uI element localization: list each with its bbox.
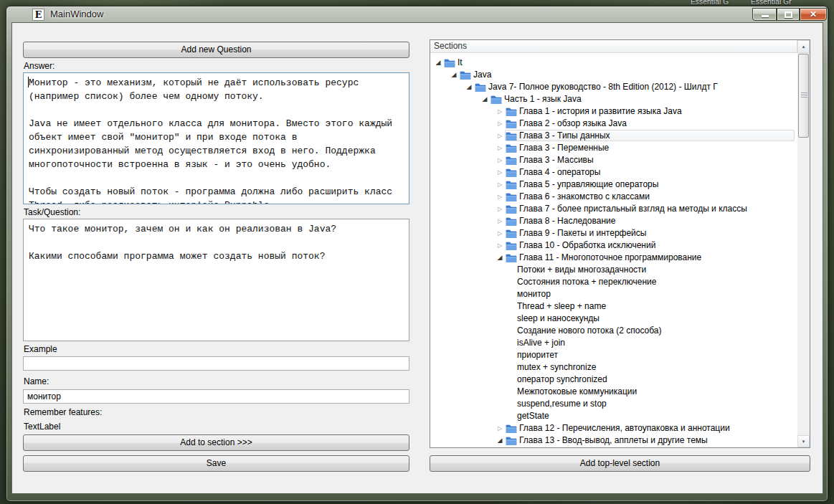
expand-arrow-icon[interactable]: ▷ — [496, 215, 504, 227]
tree-item-label: Глава 2 - обзор языка Java — [519, 118, 627, 130]
tree-item[interactable]: suspend,resume и stop — [431, 398, 797, 410]
tree-item[interactable]: ▷Глава 12 - Перечисления, автоупаковка и… — [431, 422, 797, 434]
tree-item-label: Java 7- Полное руководство - 8th Edition… — [488, 81, 718, 93]
tree-item[interactable]: приоритет — [431, 349, 797, 361]
tree-item[interactable]: ◢It — [431, 57, 797, 69]
tree-item-label: монитор — [517, 288, 551, 300]
folder-icon — [475, 82, 486, 92]
save-button[interactable]: Save — [23, 455, 409, 472]
folder-icon — [506, 180, 517, 189]
collapse-arrow-icon[interactable]: ◢ — [465, 81, 473, 93]
collapse-arrow-icon[interactable]: ◢ — [450, 69, 458, 81]
desktop-label: Essential Gr — [751, 0, 792, 6]
expand-arrow-icon[interactable]: ▷ — [496, 191, 504, 203]
text-cursor — [28, 77, 29, 87]
collapse-arrow-icon[interactable]: ◢ — [496, 434, 504, 447]
collapse-arrow-icon[interactable]: ◢ — [434, 57, 442, 69]
sections-tree[interactable]: Sections ▲ ▼ ◢It◢Java◢Java 7- Полное рук… — [430, 39, 810, 448]
name-input[interactable] — [23, 389, 409, 404]
maximize-button[interactable] — [777, 8, 800, 21]
tree-item[interactable]: ▷ — [431, 447, 797, 449]
expand-arrow-icon[interactable]: ▷ — [496, 447, 504, 449]
tree-item[interactable]: sleep и наносекунды — [431, 313, 797, 325]
tree-item-label: Глава 5 - управляющие операторы — [519, 179, 658, 191]
expand-arrow-icon[interactable]: ▷ — [496, 154, 504, 166]
remember-features-label: Remember features: — [24, 407, 102, 417]
tree-item[interactable]: ▷Глава 4 - операторы — [431, 166, 797, 179]
scroll-down-button[interactable]: ▼ — [797, 435, 810, 447]
client-area: Add new Question Answer: Монитор - это м… — [11, 22, 823, 494]
folder-icon — [444, 58, 455, 67]
tree-item-label: Глава 13 - Ввод-вывод, апплеты и другие … — [519, 434, 708, 447]
expand-arrow-icon[interactable]: ▷ — [496, 130, 504, 142]
tree-item[interactable]: оператор synchronized — [431, 374, 797, 386]
tree-item[interactable]: ▷Глава 1 - история и развитие языка Java — [431, 105, 797, 118]
tree-item[interactable]: Потоки + виды многозадачности — [431, 264, 797, 276]
tree-item-label: Глава 8 - Наследование — [519, 215, 615, 227]
folder-icon — [506, 192, 517, 201]
tree-item[interactable]: ◢Глава 11 - Многопоточное программирован… — [431, 252, 797, 264]
tree-item-label: Глава 1 - история и развитие языка Java — [519, 105, 682, 118]
title-bar[interactable]: E MainWindow ✕ — [6, 6, 828, 22]
maximize-icon — [785, 11, 792, 18]
tree-item-label: Глава 4 - операторы — [519, 166, 600, 179]
close-icon: ✕ — [800, 9, 826, 19]
tree-item[interactable]: ▷Глава 7 - более пристальный взгляд на м… — [431, 203, 797, 215]
task-question-textarea[interactable]: Что такое монитор, зачем он и как он реа… — [23, 219, 409, 341]
expand-arrow-icon[interactable]: ▷ — [496, 422, 504, 434]
example-label: Example — [24, 344, 57, 354]
example-input[interactable] — [23, 356, 409, 371]
tree-item[interactable]: ◢Глава 13 - Ввод-вывод, апплеты и другие… — [431, 434, 797, 447]
tree-item[interactable]: Состояния потока + переключение — [431, 276, 797, 288]
expand-arrow-icon[interactable]: ▷ — [496, 166, 504, 179]
minimize-button[interactable] — [752, 8, 777, 21]
collapse-arrow-icon[interactable]: ◢ — [496, 252, 504, 264]
expand-arrow-icon[interactable]: ▷ — [496, 118, 504, 130]
add-to-section-button[interactable]: Add to section >>> — [23, 434, 409, 451]
tree-item[interactable]: ▷Глава 8 - Наследование — [431, 215, 797, 227]
tree-item[interactable]: Создание нового потока (2 способа) — [431, 325, 797, 337]
tree-item-label: getState — [517, 410, 549, 422]
tree-item-label: Глава 12 - Перечисления, автоупаковка и … — [519, 422, 730, 434]
folder-icon — [506, 424, 517, 433]
tree-item-label: Часть 1 - язык Java — [504, 93, 582, 105]
tree-item[interactable]: Межпотоковые коммуникации — [431, 386, 797, 398]
tree-item[interactable]: mutex + synchronize — [431, 361, 797, 374]
expand-arrow-icon[interactable]: ▷ — [496, 179, 504, 191]
scrollbar-track[interactable] — [797, 53, 810, 435]
expand-arrow-icon[interactable]: ▷ — [496, 239, 504, 252]
tree-item[interactable]: ◢Java — [431, 69, 797, 81]
tree-item[interactable]: ▷Глава 3 - Массивы — [431, 154, 797, 166]
tree-item-label: Глава 11 - Многопоточное программировани… — [519, 252, 701, 264]
tree-item[interactable]: getState — [431, 410, 797, 422]
tree-item[interactable]: ▷Глава 5 - управляющие операторы — [431, 179, 797, 191]
tree-item[interactable]: isAlive + join — [431, 337, 797, 349]
tree-item-label: Состояния потока + переключение — [517, 276, 656, 288]
close-button[interactable]: ✕ — [800, 8, 827, 21]
expand-arrow-icon[interactable]: ▷ — [496, 203, 504, 215]
collapse-arrow-icon[interactable]: ◢ — [480, 93, 489, 105]
tree-item[interactable]: Thread + sleep + name — [431, 300, 797, 313]
answer-label: Answer: — [24, 61, 55, 71]
tree-item[interactable]: ▷Глава 2 - обзор языка Java — [431, 118, 797, 130]
add-new-question-button[interactable]: Add new Question — [23, 42, 409, 58]
expand-arrow-icon[interactable]: ▷ — [496, 105, 504, 118]
desktop-label: Essential G — [691, 0, 729, 6]
tree-item[interactable]: ◢Java 7- Полное руководство - 8th Editio… — [431, 81, 797, 93]
tree-item[interactable]: ◢Часть 1 - язык Java — [431, 93, 797, 105]
minimize-icon — [762, 15, 769, 17]
expand-arrow-icon[interactable]: ▷ — [496, 142, 504, 154]
tree-item-label: Глава 3 - Типы данных — [519, 130, 610, 142]
add-top-level-section-button[interactable]: Add top-level section — [430, 455, 810, 472]
scrollbar-thumb[interactable] — [798, 54, 809, 138]
scroll-up-button[interactable]: ▲ — [797, 40, 810, 53]
tree-item[interactable]: ▷Глава 6 - знакомство с классами — [431, 191, 797, 203]
tree-item[interactable]: ▷Глава 10 - Обработка исключений — [431, 239, 797, 252]
expand-arrow-icon[interactable]: ▷ — [496, 227, 504, 239]
tree-item[interactable]: монитор — [431, 288, 797, 300]
tree-item[interactable]: ▷Глава 9 - Пакеты и интерфейсы — [431, 227, 797, 239]
tree-item[interactable]: ▷Глава 3 - Типы данных — [431, 130, 797, 142]
answer-textarea[interactable]: Монитор - это механизм, который не даёт … — [23, 72, 409, 204]
tree-header-label: Sections — [434, 41, 467, 51]
tree-item[interactable]: ▷Глава 3 - Переменные — [431, 142, 797, 154]
